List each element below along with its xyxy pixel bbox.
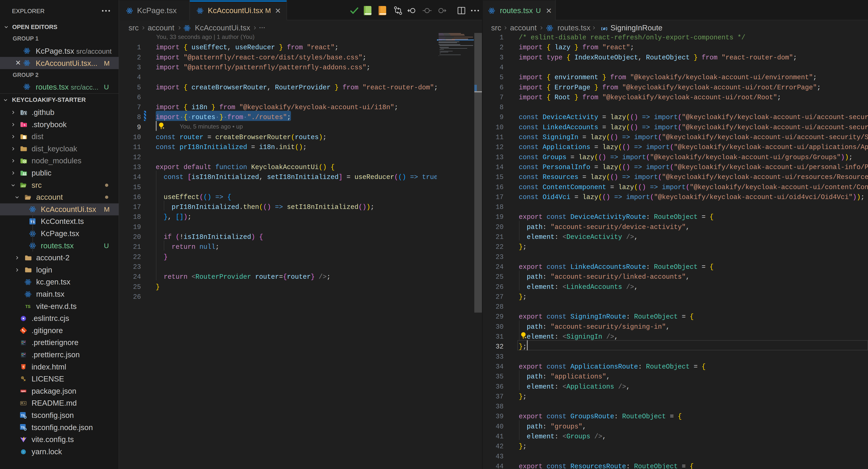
svg-text:npm: npm	[21, 390, 26, 392]
svg-text:5: 5	[23, 365, 24, 368]
svg-text:TS: TS	[25, 304, 31, 309]
svg-text:JS: JS	[23, 160, 26, 163]
svg-text:S: S	[24, 123, 25, 127]
svg-text:</>: </>	[22, 185, 26, 188]
